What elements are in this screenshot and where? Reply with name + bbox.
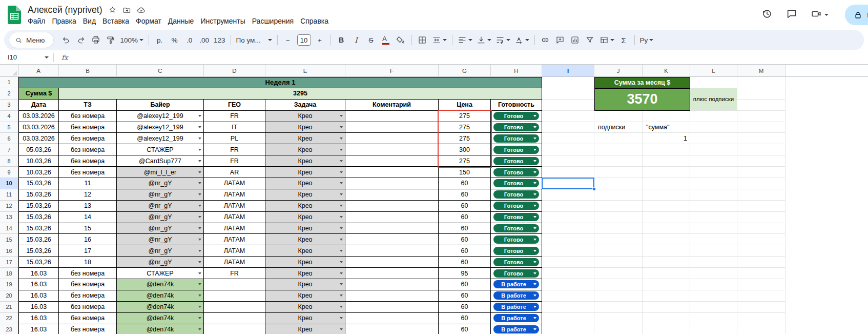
filter-views-button[interactable] bbox=[598, 33, 616, 47]
cell-date-18[interactable]: 16.03 bbox=[18, 268, 59, 279]
cell-date-19[interactable]: 16.03 bbox=[18, 279, 59, 290]
cell-M13[interactable] bbox=[737, 212, 786, 223]
status-chip-20[interactable]: В работе bbox=[493, 291, 539, 300]
cell-comment-11[interactable] bbox=[345, 189, 439, 201]
cell-geo-18[interactable]: FR bbox=[204, 268, 265, 279]
cell-M23[interactable] bbox=[737, 324, 786, 334]
cell-price-17[interactable]: 60 bbox=[439, 257, 491, 268]
cell-buyer-12[interactable]: @nr_gY bbox=[117, 201, 204, 212]
status-chip-19[interactable]: В работе bbox=[493, 280, 539, 288]
cell-task-5[interactable]: Крео bbox=[265, 122, 345, 133]
cell-J22[interactable] bbox=[594, 313, 643, 324]
cell-M14[interactable] bbox=[737, 223, 786, 234]
cell-buyer-20[interactable]: @den74k bbox=[117, 290, 204, 302]
cell-buyer-23[interactable]: @den74k bbox=[117, 324, 204, 334]
cell-buyer-14[interactable]: @nr_gY bbox=[117, 223, 204, 234]
star-icon[interactable] bbox=[108, 6, 117, 14]
cell-tz-12[interactable]: 13 bbox=[59, 201, 117, 212]
table-header-price[interactable]: Цена bbox=[439, 100, 491, 111]
cell-date-21[interactable]: 16.03 bbox=[18, 302, 59, 313]
cell-K8[interactable] bbox=[643, 155, 690, 167]
cell-geo-8[interactable]: FR bbox=[204, 155, 265, 167]
cell-M19[interactable] bbox=[737, 279, 786, 290]
cell-J11[interactable] bbox=[594, 189, 643, 201]
increase-decimals-button[interactable]: .00 bbox=[197, 33, 211, 47]
cell-I6[interactable] bbox=[542, 133, 594, 144]
cell-M3[interactable] bbox=[737, 100, 786, 111]
cell-geo-9[interactable]: AR bbox=[204, 167, 265, 178]
cell-price-14[interactable]: 60 bbox=[439, 223, 491, 234]
row-header-4[interactable]: 4 bbox=[0, 111, 18, 122]
version-history-icon[interactable] bbox=[761, 8, 773, 22]
cell-buyer-19[interactable]: @den74k bbox=[117, 279, 204, 290]
cell-date-16[interactable]: 15.03,26 bbox=[18, 245, 59, 257]
cell-L23[interactable] bbox=[690, 324, 737, 334]
cell-J17[interactable] bbox=[594, 257, 643, 268]
cell-task-23[interactable]: Крео bbox=[265, 324, 345, 334]
week-banner-cell[interactable]: Неделя 1 bbox=[18, 77, 542, 88]
zoom-select[interactable]: 100% bbox=[119, 33, 146, 47]
status-chip-16[interactable]: Готово bbox=[493, 247, 539, 255]
cell-task-16[interactable]: Крео bbox=[265, 245, 345, 257]
insert-comment-button[interactable] bbox=[553, 33, 567, 47]
currency-format-button[interactable]: р. bbox=[153, 33, 167, 47]
row-header-7[interactable]: 7 bbox=[0, 144, 18, 155]
merge-cells-button[interactable] bbox=[430, 33, 448, 47]
cell-buyer-13[interactable]: @nr_gY bbox=[117, 212, 204, 223]
status-chip-7[interactable]: Готово bbox=[493, 146, 539, 154]
cell-tz-7[interactable]: без номера bbox=[59, 144, 117, 155]
cell-geo-7[interactable]: FR bbox=[204, 144, 265, 155]
cell-J12[interactable] bbox=[594, 201, 643, 212]
cell-buyer-4[interactable]: @alexey12_199 bbox=[117, 111, 204, 122]
cell-I8[interactable] bbox=[542, 155, 594, 167]
cell-geo-4[interactable]: FR bbox=[204, 111, 265, 122]
cell-J19[interactable] bbox=[594, 279, 643, 290]
cell-J14[interactable] bbox=[594, 223, 643, 234]
cell-M21[interactable] bbox=[737, 302, 786, 313]
cell-date-13[interactable]: 15.03,26 bbox=[18, 212, 59, 223]
cell-L1[interactable] bbox=[690, 77, 737, 88]
menu-item-2[interactable]: Правка bbox=[52, 17, 76, 25]
cell-M8[interactable] bbox=[737, 155, 786, 167]
row-header-20[interactable]: 20 bbox=[0, 290, 18, 302]
cell-comment-4[interactable] bbox=[345, 111, 439, 122]
cell-geo-19[interactable] bbox=[204, 279, 265, 290]
cell-geo-21[interactable] bbox=[204, 302, 265, 313]
cell-tz-17[interactable]: 18 bbox=[59, 257, 117, 268]
cell-I18[interactable] bbox=[542, 268, 594, 279]
cell-L22[interactable] bbox=[690, 313, 737, 324]
column-header-H[interactable]: H bbox=[491, 65, 542, 77]
row-header-9[interactable]: 9 bbox=[0, 167, 18, 178]
cell-geo-17[interactable]: ЛАТАМ bbox=[204, 257, 265, 268]
strikethrough-button[interactable]: S bbox=[364, 33, 378, 47]
cell-J16[interactable] bbox=[594, 245, 643, 257]
cell-geo-15[interactable]: ЛАТАМ bbox=[204, 234, 265, 245]
cell-comment-20[interactable] bbox=[345, 290, 439, 302]
cell-task-11[interactable]: Крео bbox=[265, 189, 345, 201]
cell-task-8[interactable]: Крео bbox=[265, 155, 345, 167]
cell-I10[interactable] bbox=[542, 178, 594, 189]
row-header-13[interactable]: 13 bbox=[0, 212, 18, 223]
cell-price-10[interactable]: 60 bbox=[439, 178, 491, 189]
subs-value-cell[interactable]: 1 bbox=[643, 133, 690, 144]
cell-geo-5[interactable]: IT bbox=[204, 122, 265, 133]
bold-button[interactable]: B bbox=[335, 33, 348, 47]
status-chip-13[interactable]: Готово bbox=[493, 213, 539, 221]
cell-geo-14[interactable]: ЛАТАМ bbox=[204, 223, 265, 234]
percent-format-button[interactable]: % bbox=[168, 33, 181, 47]
cell-buyer-16[interactable]: @nr_gY bbox=[117, 245, 204, 257]
cell-date-22[interactable]: 16.03 bbox=[18, 313, 59, 324]
cell-price-13[interactable]: 60 bbox=[439, 212, 491, 223]
cell-I11[interactable] bbox=[542, 189, 594, 201]
row-header-8[interactable]: 8 bbox=[0, 155, 18, 167]
row-header-15[interactable]: 15 bbox=[0, 234, 18, 245]
sheets-logo-icon[interactable] bbox=[7, 5, 23, 25]
cell-J18[interactable] bbox=[594, 268, 643, 279]
week-total-cell[interactable]: 3295 bbox=[59, 88, 542, 100]
vertical-align-button[interactable] bbox=[475, 33, 493, 47]
cell-tz-21[interactable]: без номера bbox=[59, 302, 117, 313]
cell-comment-15[interactable] bbox=[345, 234, 439, 245]
cell-M10[interactable] bbox=[737, 178, 786, 189]
sum-label-cell[interactable]: Сумма $ bbox=[18, 88, 59, 100]
cell-date-9[interactable]: 10.03,26 bbox=[18, 167, 59, 178]
